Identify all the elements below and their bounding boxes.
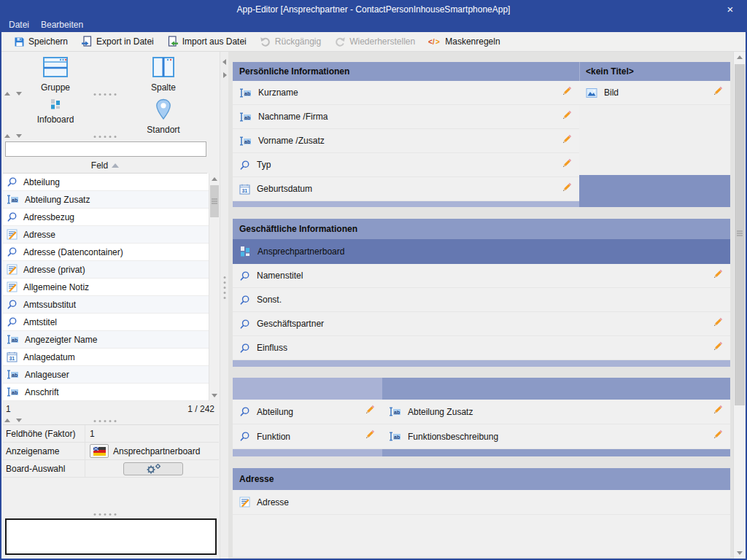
section-header[interactable]: Persönliche Informationen [233, 62, 579, 81]
board-row[interactable]: abNachname /Firma [233, 105, 579, 129]
section-footer-strip [233, 201, 579, 207]
board-row[interactable]: Bild [579, 81, 730, 105]
edit-pencil-icon[interactable] [560, 182, 572, 196]
edit-pencil-icon[interactable] [711, 429, 723, 443]
edit-pencil-icon[interactable] [363, 429, 375, 443]
palette-item-label: Infoboard [1, 114, 109, 125]
field-list-item[interactable]: Abteilung [3, 174, 209, 191]
board-row[interactable]: abVorname /Zusatz [233, 129, 579, 153]
property-value[interactable]: Ansprechpartnerboard [85, 443, 219, 459]
field-list-scrollbar[interactable] [209, 174, 220, 401]
save-button[interactable]: Speichern [7, 33, 74, 50]
section-header[interactable]: Adresse [233, 468, 730, 490]
scrollbar-thumb[interactable] [735, 64, 745, 405]
edit-pencil-icon[interactable] [711, 317, 723, 331]
drag-handle-dots[interactable] [93, 93, 116, 96]
board-row[interactable]: Funktion [233, 424, 382, 449]
field-list-item[interactable]: Amtstitel [3, 314, 209, 331]
edit-pencil-icon[interactable] [560, 134, 572, 148]
edit-pencil-icon[interactable] [560, 110, 572, 124]
field-list-item[interactable]: Adresse (Datencontainer) [3, 244, 209, 261]
edit-pencil-icon[interactable] [711, 86, 723, 100]
collapse-down-icon[interactable] [16, 419, 22, 422]
edit-pencil-icon[interactable] [711, 405, 723, 419]
board-row[interactable]: 31Geburtsdatum [233, 177, 579, 201]
collapse-up-icon[interactable] [4, 134, 10, 138]
board-row[interactable]: abKurzname [233, 81, 579, 105]
field-list-item[interactable]: abAnlageuser [3, 366, 209, 384]
close-icon[interactable]: × [722, 2, 738, 17]
field-list-item[interactable]: Allgemeine Notiz [3, 279, 209, 296]
property-value[interactable]: 1 [85, 425, 219, 442]
board-row[interactable]: abFunktionsbeschreibung [382, 424, 730, 449]
field-list-item[interactable]: Adresse [3, 226, 209, 244]
export-button[interactable]: Export in Datei [74, 33, 160, 50]
scrollbar-thumb[interactable] [210, 185, 219, 217]
preview-area[interactable] [5, 518, 217, 555]
scroll-down-icon[interactable] [734, 548, 746, 559]
edit-pencil-icon[interactable] [711, 341, 723, 355]
panel-splitter[interactable] [220, 52, 228, 559]
board-row[interactable]: abAbteilung Zusatz [382, 400, 730, 424]
palette-item-gruppe[interactable]: Gruppe [1, 55, 109, 94]
field-list-item[interactable]: Adressbezug [3, 209, 209, 226]
board-row[interactable]: Ansprechpartnerboard [233, 239, 730, 264]
language-flag-button[interactable] [90, 444, 109, 458]
import-button[interactable]: Import aus Datei [160, 33, 253, 50]
section-header[interactable] [382, 378, 730, 400]
flag-icon [93, 447, 106, 456]
edit-pencil-icon[interactable] [560, 86, 572, 100]
board-row[interactable]: Typ [233, 153, 579, 177]
edit-pencil-icon[interactable] [560, 158, 572, 172]
collapse-up-icon[interactable] [4, 419, 10, 422]
section-header[interactable]: Geschäftliche Informationen [233, 219, 730, 239]
scroll-up-icon[interactable] [209, 174, 220, 184]
board-row[interactable]: Namenstitel [233, 264, 730, 288]
board-row[interactable]: Einfluss [233, 336, 730, 360]
field-list-item[interactable]: 31Anlagedatum [3, 349, 209, 366]
board-row[interactable]: Sonst. [233, 288, 730, 312]
splitter-handle-dots[interactable] [223, 276, 225, 299]
collapse-left-icon[interactable] [222, 59, 226, 65]
section-header[interactable] [233, 378, 382, 400]
board-row[interactable]: Abteilung [233, 400, 382, 424]
search-icon [239, 271, 250, 281]
field-list-item[interactable]: abAngezeigter Name [3, 331, 209, 349]
column-filler-block[interactable] [579, 175, 730, 207]
board-row[interactable]: Geschäftspartner [233, 312, 730, 336]
field-search-input[interactable] [5, 141, 206, 157]
collapse-down-icon[interactable] [16, 134, 22, 138]
field-list-header[interactable]: Feld [3, 158, 207, 174]
field-list-item[interactable]: Adresse (privat) [3, 261, 209, 279]
board-settings-button[interactable] [123, 462, 183, 475]
collapse-up-icon[interactable] [4, 92, 10, 96]
svg-text:ab: ab [12, 373, 18, 378]
drag-handle-dots[interactable] [93, 420, 116, 422]
field-list-item[interactable]: Amtssubstitut [3, 296, 209, 314]
scroll-down-icon[interactable] [209, 390, 220, 401]
section-header[interactable]: <kein Titel> [579, 62, 730, 81]
field-list-item[interactable]: abAbteilung Zusatz [3, 191, 209, 209]
palette-item-standort[interactable]: Standort [109, 97, 217, 136]
property-value[interactable] [85, 460, 219, 477]
window-icon [42, 56, 69, 78]
scroll-up-icon[interactable] [734, 52, 746, 63]
board-scrollbar[interactable] [733, 52, 746, 559]
drag-handle-dots[interactable] [93, 136, 116, 138]
collapse-down-icon[interactable] [16, 92, 22, 96]
image-icon [586, 88, 597, 98]
field-label: Anlagedatum [23, 352, 75, 362]
edit-pencil-icon[interactable] [363, 405, 375, 419]
edit-pencil-icon[interactable] [711, 269, 723, 283]
menu-item-datei[interactable]: Datei [9, 20, 29, 30]
palette-item-infoboard[interactable]: Infoboard [1, 97, 109, 136]
field-list-item[interactable]: abAnschrift [3, 384, 209, 401]
board-row[interactable]: Adresse [233, 490, 730, 515]
drag-handle-dots[interactable] [93, 513, 116, 516]
text-icon: ab [389, 431, 401, 442]
menu-item-bearbeiten[interactable]: Bearbeiten [41, 20, 83, 30]
palette-item-spalte[interactable]: Spalte [109, 55, 217, 94]
svg-text:31: 31 [9, 356, 15, 361]
expand-right-icon[interactable] [223, 72, 227, 78]
code-button[interactable]: </>Maskenregeln [422, 33, 506, 50]
